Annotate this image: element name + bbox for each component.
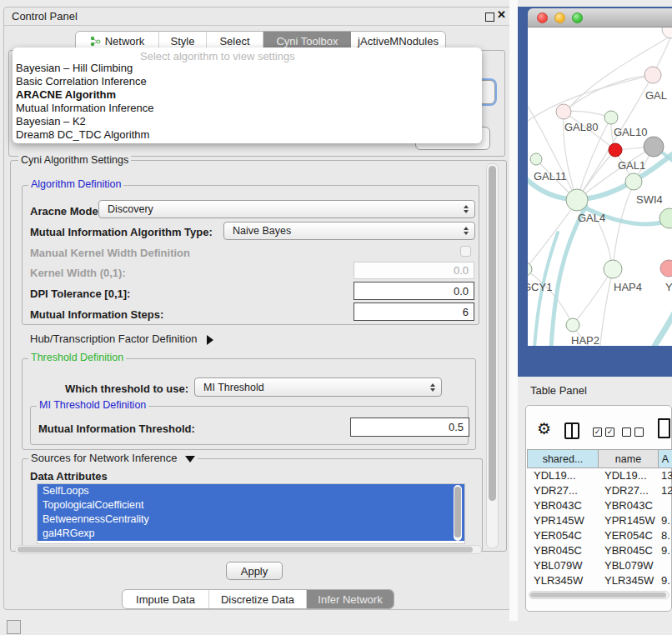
network-edge[interactable] (528, 204, 575, 269)
close-icon[interactable]: ✕ (497, 8, 506, 21)
node-y[interactable] (660, 260, 672, 277)
algorithm-dropdown-item[interactable]: Mutual Information Inference (16, 102, 479, 115)
network-edge[interactable] (528, 269, 572, 323)
table-row[interactable]: YDL19...YDL19...13 (527, 468, 672, 483)
close-traffic-light[interactable] (537, 12, 548, 23)
settings-hscrollbar-thumb[interactable] (18, 547, 473, 552)
node-gal10[interactable] (604, 111, 618, 124)
settings-scrollbar[interactable] (486, 163, 499, 548)
checked-column-icon[interactable]: ✓ (605, 428, 614, 437)
data-attribute-item[interactable]: SelfLoops (38, 484, 464, 498)
table-cell: YIL052C (598, 588, 658, 589)
apply-button[interactable]: Apply (226, 562, 283, 580)
table-row[interactable]: YBR043CYBR043C (527, 498, 672, 513)
node-right-green[interactable] (659, 208, 672, 228)
table-row[interactable]: YBL079WYBL079W (527, 558, 672, 573)
expanded-arrow-icon (185, 456, 195, 462)
network-edge-thick[interactable] (653, 309, 672, 346)
unchecked-column-icon[interactable] (634, 428, 644, 437)
sources-toggle[interactable]: Sources for Network Inference (28, 452, 198, 463)
mi-steps-field[interactable]: 6 (354, 302, 474, 321)
stepper-icon (464, 227, 469, 235)
data-attribute-item[interactable]: BetweennessCentrality (38, 512, 464, 527)
attributes-scrollbar[interactable] (454, 485, 462, 541)
algorithm-dropdown-item[interactable]: Basic Correlation Inference (16, 75, 479, 88)
minimize-traffic-light[interactable] (554, 12, 565, 23)
checked-column-icon[interactable]: ✓ (593, 428, 602, 437)
node-hap4[interactable] (604, 260, 622, 278)
attributes-scrollbar-thumb[interactable] (454, 487, 461, 538)
mi-threshold-field[interactable]: 0.5 (350, 418, 469, 437)
table-header: shared...nameA (527, 449, 672, 468)
which-threshold-label: Which threshold to use: (65, 382, 188, 395)
node-hap2[interactable] (566, 318, 579, 332)
node-gal7[interactable] (644, 67, 661, 83)
which-threshold-combo[interactable]: MI Threshold (194, 378, 442, 397)
node-gal4[interactable] (566, 189, 588, 211)
algorithm-dropdown-item[interactable]: Dream8 DC_TDC Algorithm (16, 128, 479, 142)
table-row[interactable]: YBR045CYBR045C9. (527, 543, 672, 558)
unchecked-column-icon[interactable] (622, 428, 631, 437)
table-hscrollbar[interactable] (529, 591, 669, 599)
node-gray[interactable] (644, 137, 664, 157)
settings-hscrollbar[interactable] (15, 545, 482, 554)
mi-type-combo[interactable]: Naive Bayes (223, 222, 475, 240)
zoom-traffic-light[interactable] (572, 12, 583, 23)
kernel-width-label: Kernel Width (0,1): (30, 267, 126, 279)
algorithm-dropdown-item[interactable]: Bayesian – K2 (16, 115, 479, 128)
algorithm-dropdown-popup: Select algorithm to view settings Bayesi… (13, 48, 482, 143)
table-row[interactable]: YPR145WYPR145W9. (527, 513, 672, 528)
data-attribute-item[interactable]: gal4RGexp (38, 527, 464, 541)
table-row[interactable]: YLR345WYLR345W9. (527, 573, 672, 588)
network-edge[interactable] (599, 269, 613, 346)
node-top[interactable] (662, 28, 672, 38)
node-gal7-label: GAL (645, 89, 667, 102)
network-edge[interactable] (613, 186, 633, 269)
node-gal80[interactable] (556, 104, 571, 119)
mi-steps-value: 6 (463, 306, 469, 318)
dpi-tolerance-field[interactable]: 0.0 (354, 282, 474, 300)
gear-icon[interactable]: ⚙ (537, 421, 551, 437)
collapsed-panel-handle[interactable] (7, 620, 21, 634)
table-hscrollbar-thumb[interactable] (530, 592, 666, 598)
table-row[interactable]: YIL052CYIL052C9. (527, 588, 672, 589)
aracne-mode-combo[interactable]: Discovery (98, 200, 475, 218)
settings-scrollbar-thumb[interactable] (489, 166, 496, 501)
document-icon[interactable] (658, 418, 670, 438)
panel-divider[interactable] (509, 0, 518, 621)
table-column-header[interactable]: name (598, 449, 658, 468)
network-edge[interactable] (564, 75, 653, 112)
algorithm-definition-title: Algorithm Definition (28, 179, 123, 190)
data-attribute-item[interactable]: TopologicalCoefficient (38, 498, 464, 512)
hub-definition-toggle[interactable]: Hub/Transcription Factor Definition (30, 332, 213, 345)
network-canvas[interactable]: GALGAL80GAL10GAL1GAL11SWI4GAL4GCY1HAP4YH… (528, 28, 672, 346)
data-attributes-label: Data Attributes (30, 470, 108, 482)
node-gal1[interactable] (609, 143, 622, 157)
tab-infer-network-label: Infer Network (318, 593, 382, 606)
tab-discretize-data[interactable]: Discretize Data (209, 590, 307, 608)
manual-kernel-width-label: Manual Kernel Width Definition (30, 247, 190, 259)
tab-impute-data[interactable]: Impute Data (123, 590, 209, 608)
stepper-icon (464, 205, 469, 213)
dpi-tolerance-value: 0.0 (454, 285, 469, 298)
table-row[interactable]: YER054CYER054C8. (527, 528, 672, 543)
node-swi4[interactable] (625, 173, 642, 190)
node-gcy1-label: GCY1 (528, 281, 552, 293)
network-window-titlebar[interactable] (528, 8, 672, 28)
float-window-icon[interactable] (485, 12, 494, 22)
table-column-header[interactable]: shared... (527, 449, 598, 468)
aracne-mode-label: Aracne Mode: (30, 205, 102, 218)
split-columns-icon[interactable] (564, 422, 579, 439)
node-gal11[interactable] (530, 153, 542, 165)
manual-kernel-width-checkbox[interactable] (460, 246, 471, 257)
table-row[interactable]: YDR27...YDR27...12 (527, 483, 672, 498)
node-gal1-label: GAL1 (618, 159, 645, 172)
mi-type-value: Naive Bayes (233, 225, 291, 237)
algorithm-dropdown-item[interactable]: Bayesian – Hill Climbing (16, 62, 479, 75)
network-edge[interactable] (528, 75, 653, 126)
table-column-header[interactable]: A (658, 449, 672, 468)
hub-definition-label: Hub/Transcription Factor Definition (30, 332, 197, 345)
algorithm-dropdown-item[interactable]: ARACNE Algorithm (16, 88, 479, 102)
tab-infer-network[interactable]: Infer Network (307, 590, 394, 608)
kernel-width-field[interactable]: 0.0 (354, 262, 474, 279)
